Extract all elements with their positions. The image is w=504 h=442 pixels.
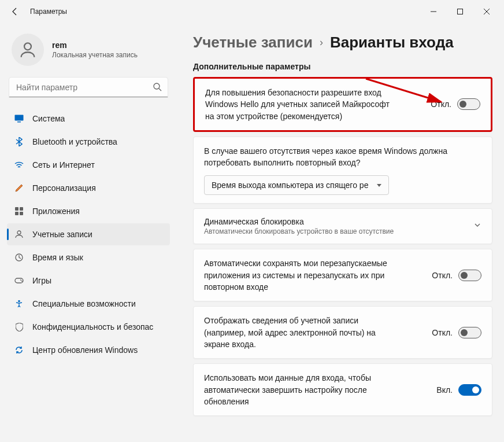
card-finish-setup: Использовать мои данные для входа, чтобы… xyxy=(193,363,492,416)
card-restart-apps: Автоматически сохранять мои перезапускае… xyxy=(193,249,492,301)
maximize-button[interactable] xyxy=(447,2,473,21)
svg-rect-15 xyxy=(15,278,23,283)
toggle-account-info[interactable] xyxy=(458,327,481,338)
brush-icon xyxy=(14,183,24,193)
shield-icon xyxy=(14,322,24,332)
sidebar-item-system[interactable]: Система xyxy=(7,108,170,130)
card-subtitle: Автоматически блокировать устройство в в… xyxy=(204,227,464,235)
svg-line-6 xyxy=(159,89,161,91)
svg-rect-8 xyxy=(17,121,21,123)
sidebar-item-accessibility[interactable]: Специальные возможности xyxy=(7,293,170,315)
person-icon xyxy=(14,229,24,240)
sidebar-item-privacy[interactable]: Конфиденциальность и безопас xyxy=(7,316,170,338)
sidebar-item-time-language[interactable]: Время и язык xyxy=(7,246,170,268)
chevron-down-icon[interactable] xyxy=(473,221,481,231)
accessibility-icon xyxy=(14,299,24,309)
svg-rect-1 xyxy=(458,9,463,14)
annotation-arrow xyxy=(366,79,458,111)
svg-point-4 xyxy=(24,43,31,50)
svg-point-13 xyxy=(17,231,21,234)
profile-subtitle: Локальная учетная запись xyxy=(52,51,138,59)
avatar xyxy=(12,34,44,66)
card-text: Автоматически сохранять мои перезапускае… xyxy=(204,257,401,293)
search-input[interactable] xyxy=(9,78,168,97)
sidebar-item-bluetooth[interactable]: Bluetooth и устройства xyxy=(7,131,170,153)
toggle-state-label: Вкл. xyxy=(436,385,453,395)
search-icon xyxy=(153,82,162,94)
clock-icon xyxy=(14,252,24,263)
dropdown-reauth[interactable]: Время выхода компьютера из спящего ре xyxy=(204,175,389,195)
card-text: Использовать мои данные для входа, чтобы… xyxy=(204,372,401,407)
toggle-state-label: Откл. xyxy=(432,328,453,337)
card-dynamic-lock[interactable]: Динамическая блокировка Автоматически бл… xyxy=(193,208,492,244)
svg-rect-9 xyxy=(15,207,18,211)
svg-rect-11 xyxy=(15,212,18,215)
sidebar-item-update[interactable]: Центр обновления Windows xyxy=(7,339,170,361)
toggle-state-label: Откл. xyxy=(432,271,453,280)
card-reauth-timeout: В случае вашего отсутствия через какое в… xyxy=(193,137,492,204)
svg-rect-10 xyxy=(20,207,23,211)
svg-point-16 xyxy=(20,279,21,281)
sidebar-item-personalization[interactable]: Персонализация xyxy=(7,177,170,199)
chevron-right-icon: › xyxy=(320,36,323,49)
wifi-icon xyxy=(14,160,24,170)
minimize-button[interactable] xyxy=(421,2,446,21)
card-text: В случае вашего отсутствия через какое в… xyxy=(204,145,481,169)
breadcrumb: Учетные записи › Варианты входа xyxy=(193,34,492,51)
svg-rect-7 xyxy=(15,115,24,121)
back-button[interactable] xyxy=(5,1,25,22)
sidebar-item-gaming[interactable]: Игры xyxy=(7,270,170,292)
svg-line-19 xyxy=(366,79,441,102)
bluetooth-icon xyxy=(14,137,24,147)
svg-rect-12 xyxy=(20,212,23,215)
breadcrumb-parent[interactable]: Учетные записи xyxy=(193,34,313,51)
sidebar-item-network[interactable]: Сеть и Интернет xyxy=(7,154,170,176)
update-icon xyxy=(14,345,24,355)
sidebar-item-accounts[interactable]: Учетные записи xyxy=(7,223,170,245)
toggle-finish-setup[interactable] xyxy=(458,384,481,396)
svg-point-5 xyxy=(154,83,160,89)
section-title: Дополнительные параметры xyxy=(193,62,492,71)
profile-name: rem xyxy=(52,40,138,50)
svg-point-17 xyxy=(21,281,23,282)
card-text: Отображать сведения об учетной записи (н… xyxy=(204,315,401,350)
apps-icon xyxy=(14,206,24,216)
window-title: Параметры xyxy=(30,8,67,16)
svg-point-18 xyxy=(18,300,20,303)
card-title: Динамическая блокировка xyxy=(204,217,464,226)
breadcrumb-current: Варианты входа xyxy=(330,34,454,51)
monitor-icon xyxy=(14,113,24,124)
gamepad-icon xyxy=(14,275,24,286)
sidebar-item-apps[interactable]: Приложения xyxy=(7,200,170,222)
toggle-restart-apps[interactable] xyxy=(458,270,481,281)
toggle-windows-hello[interactable] xyxy=(457,98,480,110)
close-button[interactable] xyxy=(474,2,499,21)
card-account-info: Отображать сведения об учетной записи (н… xyxy=(193,306,492,359)
card-windows-hello: Для повышения безопасности разрешите вхо… xyxy=(193,77,492,132)
card-text: Для повышения безопасности разрешите вхо… xyxy=(205,87,390,122)
profile-block[interactable]: rem Локальная учетная запись xyxy=(5,28,172,78)
